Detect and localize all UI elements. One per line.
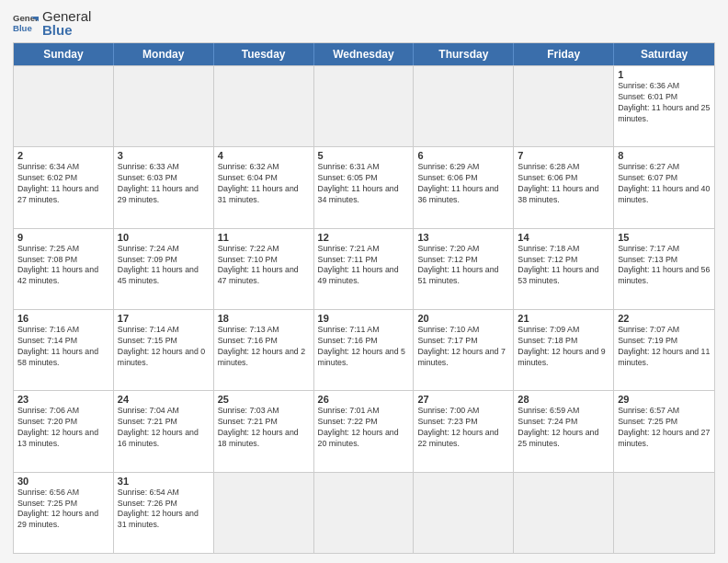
day-info: Sunrise: 7:22 AMSunset: 7:10 PMDaylight:… xyxy=(218,244,310,288)
day-info: Sunrise: 7:17 AMSunset: 7:13 PMDaylight:… xyxy=(618,244,711,288)
logo-general-text: General xyxy=(42,9,91,23)
calendar-cell: 16Sunrise: 7:16 AMSunset: 7:14 PMDayligh… xyxy=(14,310,114,390)
day-info: Sunrise: 7:20 AMSunset: 7:12 PMDaylight:… xyxy=(417,244,509,288)
calendar-cell: 26Sunrise: 7:01 AMSunset: 7:22 PMDayligh… xyxy=(314,391,415,471)
calendar-cell xyxy=(214,66,314,146)
calendar-cell xyxy=(314,66,415,146)
day-info: Sunrise: 6:33 AMSunset: 6:03 PMDaylight:… xyxy=(118,162,210,206)
calendar-cell: 13Sunrise: 7:20 AMSunset: 7:12 PMDayligh… xyxy=(414,229,514,309)
day-number: 6 xyxy=(417,150,509,161)
calendar-cell: 27Sunrise: 7:00 AMSunset: 7:23 PMDayligh… xyxy=(414,391,514,471)
header-day-thursday: Thursday xyxy=(414,43,514,65)
day-number: 25 xyxy=(218,394,310,405)
day-info: Sunrise: 7:21 AMSunset: 7:11 PMDaylight:… xyxy=(318,244,410,288)
day-info: Sunrise: 6:28 AMSunset: 6:06 PMDaylight:… xyxy=(518,162,609,206)
header-day-sunday: Sunday xyxy=(14,43,114,65)
day-info: Sunrise: 7:07 AMSunset: 7:19 PMDaylight:… xyxy=(618,325,711,369)
day-info: Sunrise: 7:18 AMSunset: 7:12 PMDaylight:… xyxy=(518,244,609,288)
calendar-row-3: 16Sunrise: 7:16 AMSunset: 7:14 PMDayligh… xyxy=(14,309,714,390)
calendar-cell: 23Sunrise: 7:06 AMSunset: 7:20 PMDayligh… xyxy=(14,391,114,471)
header-day-friday: Friday xyxy=(514,43,614,65)
header-day-tuesday: Tuesday xyxy=(214,43,314,65)
day-info: Sunrise: 7:06 AMSunset: 7:20 PMDaylight:… xyxy=(17,406,109,450)
svg-text:Blue: Blue xyxy=(13,23,32,33)
calendar-cell xyxy=(14,66,114,146)
day-number: 21 xyxy=(518,313,609,324)
day-number: 15 xyxy=(618,232,711,243)
day-number: 8 xyxy=(618,150,711,161)
calendar-cell: 2Sunrise: 6:34 AMSunset: 6:02 PMDaylight… xyxy=(14,147,114,227)
calendar-body: 1Sunrise: 6:36 AMSunset: 6:01 PMDaylight… xyxy=(14,65,714,553)
day-info: Sunrise: 6:57 AMSunset: 7:25 PMDaylight:… xyxy=(618,406,711,450)
day-number: 7 xyxy=(518,150,609,161)
calendar-row-2: 9Sunrise: 7:25 AMSunset: 7:08 PMDaylight… xyxy=(14,228,714,309)
calendar-cell: 6Sunrise: 6:29 AMSunset: 6:06 PMDaylight… xyxy=(414,147,514,227)
day-number: 12 xyxy=(318,232,410,243)
calendar-cell: 18Sunrise: 7:13 AMSunset: 7:16 PMDayligh… xyxy=(214,310,314,390)
day-info: Sunrise: 6:54 AMSunset: 7:26 PMDaylight:… xyxy=(118,488,210,532)
day-info: Sunrise: 7:25 AMSunset: 7:08 PMDaylight:… xyxy=(17,244,109,288)
calendar-cell: 19Sunrise: 7:11 AMSunset: 7:16 PMDayligh… xyxy=(314,310,415,390)
calendar-cell: 4Sunrise: 6:32 AMSunset: 6:04 PMDaylight… xyxy=(214,147,314,227)
day-number: 20 xyxy=(417,313,509,324)
day-number: 5 xyxy=(318,150,410,161)
day-number: 24 xyxy=(118,394,210,405)
logo: General Blue General Blue xyxy=(13,9,91,37)
day-info: Sunrise: 6:36 AMSunset: 6:01 PMDaylight:… xyxy=(618,81,711,125)
calendar-cell: 29Sunrise: 6:57 AMSunset: 7:25 PMDayligh… xyxy=(614,391,714,471)
calendar-cell xyxy=(414,66,514,146)
header-day-wednesday: Wednesday xyxy=(314,43,415,65)
day-number: 23 xyxy=(17,394,109,405)
day-number: 31 xyxy=(118,476,210,487)
calendar-cell: 20Sunrise: 7:10 AMSunset: 7:17 PMDayligh… xyxy=(414,310,514,390)
day-number: 30 xyxy=(17,476,109,487)
calendar-cell xyxy=(314,473,415,553)
day-number: 13 xyxy=(417,232,509,243)
calendar-cell: 24Sunrise: 7:04 AMSunset: 7:21 PMDayligh… xyxy=(114,391,214,471)
calendar-cell: 15Sunrise: 7:17 AMSunset: 7:13 PMDayligh… xyxy=(614,229,714,309)
day-info: Sunrise: 6:59 AMSunset: 7:24 PMDaylight:… xyxy=(518,406,609,450)
calendar-cell: 9Sunrise: 7:25 AMSunset: 7:08 PMDaylight… xyxy=(14,229,114,309)
day-info: Sunrise: 7:00 AMSunset: 7:23 PMDaylight:… xyxy=(417,406,509,450)
day-info: Sunrise: 6:27 AMSunset: 6:07 PMDaylight:… xyxy=(618,162,711,206)
calendar-row-5: 30Sunrise: 6:56 AMSunset: 7:25 PMDayligh… xyxy=(14,472,714,553)
day-info: Sunrise: 7:01 AMSunset: 7:22 PMDaylight:… xyxy=(318,406,410,450)
day-info: Sunrise: 7:14 AMSunset: 7:15 PMDaylight:… xyxy=(118,325,210,369)
logo-blue-text: Blue xyxy=(42,23,91,37)
calendar-cell xyxy=(514,473,614,553)
calendar-cell: 25Sunrise: 7:03 AMSunset: 7:21 PMDayligh… xyxy=(214,391,314,471)
day-number: 18 xyxy=(218,313,310,324)
calendar: SundayMondayTuesdayWednesdayThursdayFrid… xyxy=(13,42,715,554)
calendar-cell: 14Sunrise: 7:18 AMSunset: 7:12 PMDayligh… xyxy=(514,229,614,309)
calendar-cell: 31Sunrise: 6:54 AMSunset: 7:26 PMDayligh… xyxy=(114,473,214,553)
calendar-cell: 30Sunrise: 6:56 AMSunset: 7:25 PMDayligh… xyxy=(14,473,114,553)
day-number: 26 xyxy=(318,394,410,405)
day-info: Sunrise: 6:31 AMSunset: 6:05 PMDaylight:… xyxy=(318,162,410,206)
day-number: 29 xyxy=(618,394,711,405)
day-number: 16 xyxy=(17,313,109,324)
calendar-row-4: 23Sunrise: 7:06 AMSunset: 7:20 PMDayligh… xyxy=(14,390,714,471)
calendar-cell: 5Sunrise: 6:31 AMSunset: 6:05 PMDaylight… xyxy=(314,147,415,227)
day-number: 9 xyxy=(17,232,109,243)
day-number: 28 xyxy=(518,394,609,405)
calendar-cell: 22Sunrise: 7:07 AMSunset: 7:19 PMDayligh… xyxy=(614,310,714,390)
day-info: Sunrise: 6:34 AMSunset: 6:02 PMDaylight:… xyxy=(17,162,109,206)
calendar-row-0: 1Sunrise: 6:36 AMSunset: 6:01 PMDaylight… xyxy=(14,65,714,146)
day-number: 1 xyxy=(618,69,711,80)
day-info: Sunrise: 7:10 AMSunset: 7:17 PMDaylight:… xyxy=(417,325,509,369)
day-number: 19 xyxy=(318,313,410,324)
day-info: Sunrise: 7:24 AMSunset: 7:09 PMDaylight:… xyxy=(118,244,210,288)
calendar-cell: 3Sunrise: 6:33 AMSunset: 6:03 PMDaylight… xyxy=(114,147,214,227)
day-number: 27 xyxy=(417,394,509,405)
calendar-cell: 28Sunrise: 6:59 AMSunset: 7:24 PMDayligh… xyxy=(514,391,614,471)
calendar-cell xyxy=(114,66,214,146)
calendar-cell xyxy=(614,473,714,553)
day-number: 4 xyxy=(218,150,310,161)
day-number: 14 xyxy=(518,232,609,243)
day-info: Sunrise: 7:04 AMSunset: 7:21 PMDaylight:… xyxy=(118,406,210,450)
calendar-header: SundayMondayTuesdayWednesdayThursdayFrid… xyxy=(14,43,714,65)
calendar-cell: 11Sunrise: 7:22 AMSunset: 7:10 PMDayligh… xyxy=(214,229,314,309)
day-info: Sunrise: 7:11 AMSunset: 7:16 PMDaylight:… xyxy=(318,325,410,369)
calendar-cell: 1Sunrise: 6:36 AMSunset: 6:01 PMDaylight… xyxy=(614,66,714,146)
day-info: Sunrise: 7:16 AMSunset: 7:14 PMDaylight:… xyxy=(17,325,109,369)
